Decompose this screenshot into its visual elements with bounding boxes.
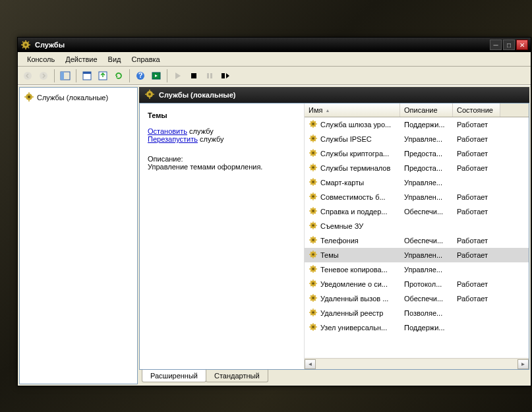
service-description: Управляе... — [400, 265, 453, 274]
service-state — [453, 182, 500, 183]
service-state: Работает — [453, 294, 500, 303]
service-description: Протокол... — [400, 280, 453, 289]
services-icon — [24, 92, 34, 103]
panel-title: Службы (локальные) — [159, 91, 236, 99]
tree-root[interactable]: Службы (локальные) — [22, 90, 134, 105]
back-button[interactable] — [20, 69, 35, 83]
forward-button[interactable] — [36, 69, 51, 83]
svg-point-2 — [24, 72, 32, 80]
service-row[interactable]: ТелефонияОбеспечи...Работает — [305, 233, 529, 248]
minimize-button[interactable]: ─ — [490, 40, 502, 50]
tree-pane[interactable]: Службы (локальные) — [19, 87, 138, 384]
service-name: Узел универсальн... — [320, 324, 387, 332]
scroll-track[interactable] — [316, 359, 517, 369]
service-state — [453, 269, 500, 270]
window-title: Службы — [35, 41, 490, 49]
gear-icon — [309, 119, 318, 130]
svg-rect-5 — [61, 72, 64, 80]
service-description: Предоста... — [400, 149, 453, 158]
service-row[interactable]: Смарт-картыУправляе... — [305, 175, 529, 190]
menu-console[interactable]: Консоль — [22, 54, 60, 65]
gear-icon — [309, 293, 318, 304]
run-button[interactable] — [149, 69, 163, 83]
tab-standard[interactable]: Стандартный — [206, 370, 268, 382]
service-description: Обеспечи... — [400, 236, 453, 245]
gear-icon — [309, 134, 318, 144]
service-row[interactable]: Службы IPSECУправляе...Работает — [305, 132, 529, 146]
restart-service-button[interactable] — [218, 69, 233, 83]
services-window: Службы ─ □ ✕ Консоль Действие Вид Справк… — [17, 37, 531, 386]
menu-action[interactable]: Действие — [60, 54, 102, 65]
svg-point-47 — [312, 311, 314, 314]
show-hide-tree-button[interactable] — [58, 69, 73, 83]
stop-link[interactable]: Остановить — [148, 127, 187, 135]
close-button[interactable]: ✕ — [516, 40, 528, 50]
gear-icon — [309, 250, 318, 260]
service-row[interactable]: ТемыУправлен...Работает — [305, 248, 529, 262]
service-row[interactable]: Удаленный вызов ...Обеспечи...Работает — [305, 291, 529, 306]
service-row[interactable]: Службы криптогра...Предоста...Работает — [305, 146, 529, 161]
help-button[interactable]: ? — [133, 69, 148, 83]
gear-icon — [309, 235, 318, 246]
export-button[interactable] — [96, 69, 110, 83]
titlebar[interactable]: Службы ─ □ ✕ — [18, 38, 531, 52]
sort-asc-icon: ▲ — [325, 108, 330, 113]
service-row[interactable]: Теневое копирова...Управляе... — [305, 262, 529, 277]
gear-icon — [309, 148, 318, 159]
service-description: Предоста... — [400, 163, 453, 173]
svg-point-1 — [24, 44, 27, 46]
column-description[interactable]: Описание — [400, 103, 453, 117]
service-name: Съемные ЗУ — [320, 222, 363, 230]
service-name: Смарт-карты — [320, 179, 364, 187]
svg-point-45 — [312, 297, 314, 299]
scroll-left-button[interactable]: ◄ — [305, 359, 316, 369]
horizontal-scrollbar[interactable]: ◄ ► — [305, 358, 529, 369]
svg-point-31 — [312, 195, 314, 198]
service-row[interactable]: Съемные ЗУ — [305, 219, 529, 233]
menu-view[interactable]: Вид — [103, 54, 127, 65]
menubar: Консоль Действие Вид Справка — [18, 52, 531, 67]
column-state[interactable]: Состояние — [453, 103, 500, 117]
maximize-button[interactable]: □ — [503, 40, 515, 50]
service-state: Работает — [453, 250, 500, 260]
services-icon — [144, 89, 155, 101]
restart-link[interactable]: Перезапустить — [148, 135, 198, 143]
service-description: Позволяе... — [400, 309, 453, 318]
service-name: Телефония — [320, 237, 359, 245]
service-description: Управлен... — [400, 192, 453, 202]
service-state: Работает — [453, 120, 500, 129]
service-list[interactable]: Служба шлюза уро...Поддержи...РаботаетСл… — [305, 117, 529, 358]
service-row[interactable]: Служба шлюза уро...Поддержи...Работает — [305, 117, 529, 132]
svg-rect-14 — [210, 73, 212, 78]
menu-help[interactable]: Справка — [127, 54, 165, 65]
service-row[interactable]: Уведомление о си...Протокол...Работает — [305, 277, 529, 291]
svg-point-3 — [40, 72, 47, 80]
gear-icon — [309, 206, 318, 217]
service-row[interactable]: Службы терминаловПредоста...Работает — [305, 161, 529, 175]
svg-point-19 — [148, 93, 151, 96]
service-name: Службы терминалов — [320, 164, 390, 172]
column-name[interactable]: Имя ▲ — [305, 103, 400, 117]
pause-service-button[interactable] — [202, 69, 217, 83]
service-row[interactable]: Справка и поддер...Обеспечи...Работает — [305, 204, 529, 219]
service-row[interactable]: Узел универсальн...Поддержи... — [305, 320, 529, 335]
svg-rect-15 — [222, 73, 225, 78]
service-state: Работает — [453, 149, 500, 158]
scroll-right-button[interactable]: ► — [517, 359, 529, 369]
gear-icon — [309, 308, 318, 318]
service-row[interactable]: Удаленный реестрПозволяе... — [305, 306, 529, 320]
refresh-button[interactable] — [111, 69, 126, 83]
tab-extended[interactable]: Расширенный — [142, 370, 206, 382]
list-header: Имя ▲ Описание Состояние — [305, 103, 529, 117]
service-name: Справка и поддер... — [320, 208, 387, 216]
service-state: Работает — [453, 207, 500, 216]
gear-icon — [309, 322, 318, 333]
start-service-button[interactable] — [171, 69, 185, 83]
svg-point-41 — [312, 268, 314, 270]
svg-point-39 — [312, 253, 314, 256]
properties-button[interactable] — [80, 69, 94, 83]
svg-text:?: ? — [138, 71, 143, 79]
service-row[interactable]: Совместимость б...Управлен...Работает — [305, 190, 529, 204]
stop-service-button[interactable] — [187, 69, 201, 83]
svg-rect-12 — [191, 73, 196, 78]
